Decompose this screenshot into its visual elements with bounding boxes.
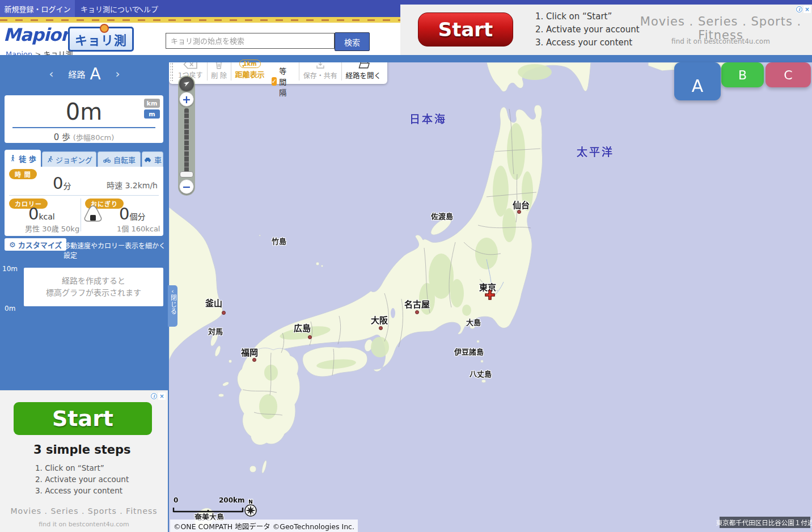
ad-steps-list: 1. Click on “Start” 2. Activate your acc… [535, 10, 640, 49]
ad-step: 3. Access your content [35, 485, 129, 496]
map-place-label: 仙台 [513, 199, 530, 210]
map-place-label: 釜山 [205, 297, 222, 309]
ad-step: 2. Activate your account [35, 474, 129, 485]
ad-start-button-green[interactable]: Start [14, 402, 152, 435]
customize-label: カスタマイズ [18, 239, 62, 250]
zoom-out-button[interactable]: − [179, 179, 194, 194]
bicycle-icon [103, 156, 111, 163]
map-place-label: 福岡 [241, 346, 258, 358]
tab-walk-label: 徒 歩 [19, 153, 36, 164]
zoom-slider-handle[interactable] [180, 171, 193, 178]
customize-note: 移動速度やカロリー表示を細かく設定 [64, 240, 169, 260]
compass-n-label: N [248, 499, 253, 505]
route-start-marker[interactable] [484, 289, 496, 303]
ad-step: 2. Activate your account [535, 23, 640, 36]
tab-jogging-label: ジョギング [56, 154, 92, 165]
route-label: 経路 [68, 68, 85, 80]
distance-card: km m 0m 0 歩 (歩幅80cm) [5, 95, 163, 143]
time-badge: 時 間 [9, 169, 37, 179]
map-place-label: 大阪 [371, 314, 388, 326]
zoom-slider-track[interactable] [184, 108, 189, 178]
compass-orient-button[interactable] [179, 77, 194, 91]
route-tab-b[interactable]: B [721, 62, 764, 87]
ad-info-icon[interactable]: i [150, 392, 158, 400]
customize-button[interactable]: ⚙ カスタマイズ [5, 238, 66, 251]
stats-divider-vertical [81, 199, 81, 231]
stats-panel: 時 間 0分 時速 3.2km/h カロリー 0kcal 男性 30歳 50kg… [5, 167, 163, 236]
elevation-min-label: 0m [5, 305, 20, 313]
sidebar-ad[interactable]: i × Start 3 simple steps 1. Click on “St… [0, 390, 168, 532]
map-copyright: ©ONE COMPATH 地図データ ©GeoTechnologies Inc. [170, 520, 358, 532]
tab-bicycle-label: 自転車 [113, 154, 136, 165]
map-canvas[interactable]: A B C 1つ戻す 削 除 1km 距離表示 ✓ポイント ✓等 間 隔 保存・… [169, 55, 812, 532]
route-header: ‹ 経路 A › [0, 62, 169, 85]
gear-icon: ⚙ [9, 240, 16, 249]
map-place-label: 八丈島 [470, 368, 492, 379]
time-value: 0 [53, 174, 63, 193]
elevation-max-label: 10m [2, 265, 20, 273]
calorie-profile: 男性 30歳 50kg [25, 223, 79, 234]
elevation-placeholder-line1: 経路を作成すると [62, 275, 125, 287]
logo-tape-icon [100, 24, 109, 33]
zoom-in-button[interactable]: + [179, 92, 194, 107]
city-dot [415, 310, 419, 314]
collapse-tab-label: 閉じる [168, 294, 177, 315]
ad-close-icon[interactable]: × [803, 6, 811, 13]
route-tab-c[interactable]: C [766, 62, 811, 87]
tab-car[interactable]: 車 [142, 151, 163, 167]
ad-info-icon[interactable]: i [796, 6, 803, 13]
red-cross-icon [484, 289, 496, 301]
map-place-label: 対馬 [208, 326, 223, 336]
tab-bicycle[interactable]: 自転車 [98, 151, 141, 167]
scale-bar-line [172, 503, 244, 516]
ad-footer-link[interactable]: find it on bestcontent4u.com [0, 521, 168, 528]
route-next-chevron[interactable]: › [116, 67, 120, 81]
ad-categories: Movies . Series . Sports . Fitness [0, 506, 168, 516]
calorie-value: 0 [28, 204, 39, 223]
chevron-left-icon: ‹ [171, 288, 174, 294]
map-place-label: 伊豆諸島 [454, 346, 484, 357]
mapion-logo[interactable]: Mapion [3, 24, 73, 45]
map-place-label: 大島 [466, 316, 481, 327]
signup-login-link[interactable]: 新規登録・ログイン [0, 0, 75, 17]
city-dot [517, 210, 521, 214]
sea-label: 太平洋 [577, 143, 614, 159]
ad-footer-link[interactable]: find it on bestcontent4u.com [636, 37, 806, 45]
onigiri-unit: 個分 [129, 212, 145, 221]
tab-jogging[interactable]: ジョギング [42, 151, 96, 167]
steps-row: 0 歩 (歩幅80cm) [5, 130, 163, 142]
steps-note: (歩幅80cm) [73, 133, 115, 142]
ad-step: 3. Access your content [535, 36, 640, 49]
map-zoom-control: + − [178, 75, 195, 196]
city-dot [222, 311, 226, 315]
calorie-unit: kcal [39, 212, 54, 221]
search-input[interactable] [166, 33, 335, 49]
distance-value: 0m [5, 99, 163, 125]
time-unit: 分 [63, 181, 71, 191]
ad-step: 1. Click on “Start” [535, 10, 640, 23]
top-banner-ad[interactable]: Start 1. Click on “Start” 2. Activate yo… [400, 5, 812, 55]
sea-label: 日本海 [409, 111, 447, 126]
elevation-placeholder: 経路を作成すると 標高グラフが表示されます [24, 268, 163, 306]
city-dot [252, 358, 256, 362]
ad-close-icon[interactable]: × [158, 392, 166, 400]
route-tab-a[interactable]: A [674, 62, 721, 100]
compass-rose[interactable]: N [243, 499, 259, 520]
search-button[interactable]: 検索 [335, 32, 370, 51]
map-place-label: 竹島 [272, 235, 286, 246]
run-icon [46, 156, 53, 163]
ad-start-button-red[interactable]: Start [418, 12, 513, 47]
help-link[interactable]: ヘルプ [136, 0, 158, 17]
navigation-arrow-icon [183, 80, 191, 88]
speed-label: 時速 3.2km/h [107, 179, 158, 191]
steps-value: 0 歩 [54, 132, 70, 142]
tab-walk[interactable]: 徒 歩 [5, 150, 41, 167]
stats-divider [9, 195, 159, 196]
elevation-placeholder-line2: 標高グラフが表示されます [46, 287, 141, 299]
sidebar-collapse-tab[interactable]: ‹ 閉じる [168, 285, 177, 327]
address-badge: 東京都千代田区日比谷公園１付近 [720, 517, 810, 528]
onigiri-note: 1個 160kcal [117, 223, 160, 234]
route-prev-chevron[interactable]: ‹ [49, 67, 53, 81]
about-kyorisoku-link[interactable]: キョリ測について [81, 0, 139, 17]
tab-car-label: 車 [154, 154, 162, 165]
